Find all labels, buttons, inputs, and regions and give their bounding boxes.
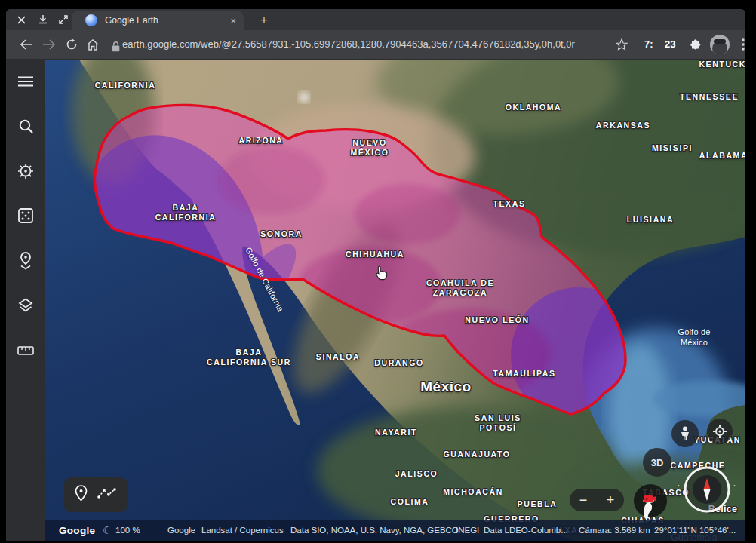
camera-altitude: Cámara: 3.569 km <box>579 520 650 541</box>
pegman-icon[interactable] <box>671 420 699 447</box>
url-bar[interactable]: earth.google.com/web/@27.56587931,-105.6… <box>122 30 575 59</box>
projects-pin-icon[interactable] <box>12 247 39 275</box>
attribution-data-sio: Data SIO, NOAA, U.S. Navy, NGA, GEBCO <box>290 520 459 541</box>
map-label: BAJA CALIFORNIA <box>155 203 217 222</box>
voyager-wheel-icon[interactable] <box>12 158 39 185</box>
map-label: MICHOACÁN <box>443 487 503 497</box>
globe-icon <box>85 14 97 26</box>
extension-badge-count[interactable]: 23 <box>665 30 675 59</box>
attribution-ldeo: Data LDEO-Columb... <box>484 520 568 541</box>
map-label: SINALOA <box>316 352 360 362</box>
map-label: Golfo de California <box>243 246 286 314</box>
tab-google-earth[interactable]: Google Earth × <box>72 11 244 30</box>
draw-path-icon[interactable] <box>97 487 117 502</box>
3d-button[interactable]: 3D <box>643 448 671 477</box>
map-label: NUEVO MÉXICO <box>350 138 389 158</box>
map-label: CHIHUAHUA <box>346 250 404 259</box>
map-label: COLIMA <box>390 497 429 507</box>
map-label: DURANGO <box>374 358 423 368</box>
resize-window-icon[interactable] <box>56 12 71 27</box>
attribution-google: Google <box>167 520 195 541</box>
map-label: JALISCO <box>395 469 438 479</box>
back-icon[interactable] <box>18 36 35 53</box>
zoom-controls: − + <box>570 489 624 511</box>
map-labels: CALIFORNIAKENTUCKYOKLAHOMATENNESSEEARKAN… <box>45 60 745 541</box>
compass-icon[interactable] <box>683 465 731 514</box>
home-icon[interactable] <box>85 36 101 53</box>
map-style-layers-icon[interactable] <box>12 292 39 319</box>
camera-coordinates: 29°01'11"N 105°46'... <box>654 520 736 541</box>
map-label: PUEBLA <box>518 499 558 509</box>
zoom-out-button[interactable]: − <box>570 489 597 511</box>
extension-badge-timer[interactable]: 7: <box>644 30 653 59</box>
draw-toolbar <box>64 477 128 512</box>
map-label: NUEVO LEÓN <box>465 315 529 325</box>
close-tab-icon[interactable]: × <box>230 15 236 26</box>
zoom-in-button[interactable]: + <box>597 489 624 511</box>
map-label: ARIZONA <box>238 136 283 146</box>
map-label: SONORA <box>260 229 303 239</box>
map-label: BAJA CALIFORNIA SUR <box>207 348 291 367</box>
map-label: TENNESSEE <box>680 92 739 102</box>
map-label: NAYARIT <box>375 428 417 437</box>
attribution-inegi: INEGI <box>456 520 479 541</box>
measure-ruler-icon[interactable] <box>12 337 39 364</box>
screen: { "browser": { "window_controls": ["clos… <box>0 0 756 543</box>
browser-toolbar: earth.google.com/web/@27.56587931,-105.6… <box>6 30 745 60</box>
map-label: México <box>420 378 471 396</box>
lock-icon <box>107 38 124 55</box>
download-icon[interactable] <box>35 12 51 27</box>
menu-icon[interactable] <box>12 68 39 95</box>
compass-left-handle[interactable]: : <box>678 485 680 489</box>
profile-avatar[interactable] <box>710 35 730 54</box>
menu-dots-icon[interactable] <box>735 36 745 53</box>
compass-right-handle[interactable]: : <box>733 485 736 489</box>
map-label: TAMAULIPAS <box>493 369 555 379</box>
browser-window: Google Earth × + earth.google.com/web/@2… <box>6 9 745 541</box>
map-label: COAHUILA DE ZARAGOZA <box>426 278 494 298</box>
earth-sidebar <box>6 60 45 541</box>
map-label: KENTUCKY <box>699 60 745 69</box>
map-label: SAN LUIS POTOSÍ <box>475 413 521 433</box>
status-bar: Google ☾ 100 % Google Landsat / Copernic… <box>45 520 745 541</box>
map-label: ALABAMA <box>699 151 745 161</box>
close-window-icon[interactable] <box>14 12 29 27</box>
bookmark-star-icon[interactable] <box>613 36 630 53</box>
add-placemark-icon[interactable] <box>75 485 88 505</box>
forward-icon[interactable] <box>41 36 57 53</box>
streaming-percent: 100 % <box>115 520 140 541</box>
map-label: GUANAJUATO <box>443 449 510 459</box>
attribution-landsat: Landsat / Copernicus <box>201 520 284 541</box>
map-label: ARKANSAS <box>596 121 650 130</box>
tab-strip: Google Earth × + <box>6 9 745 30</box>
map-label: TEXAS <box>493 199 525 209</box>
my-location-icon[interactable] <box>707 419 733 444</box>
new-tab-button[interactable]: + <box>255 11 273 29</box>
extensions-puzzle-icon[interactable] <box>687 36 703 53</box>
map-label: MISISIPI <box>652 143 693 153</box>
map-label: LUISIANA <box>627 215 674 225</box>
tab-title: Google Earth <box>105 15 230 26</box>
recording-globe-widget <box>632 484 668 520</box>
streaming-progress-icon: ☾ <box>103 520 112 541</box>
feeling-lucky-dice-icon[interactable] <box>12 202 39 229</box>
map-label: CALIFORNIA <box>95 81 156 90</box>
map-label: Golfo de México <box>678 327 710 348</box>
map-label: OKLAHOMA <box>506 103 562 112</box>
google-logo: Google <box>59 520 95 541</box>
map-viewport[interactable]: CALIFORNIAKENTUCKYOKLAHOMATENNESSEEARKAN… <box>45 60 745 541</box>
reload-icon[interactable] <box>63 36 80 53</box>
search-icon[interactable] <box>12 112 39 140</box>
